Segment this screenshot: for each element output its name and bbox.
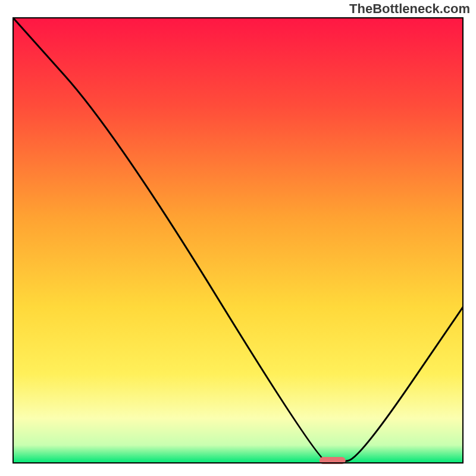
gradient-background <box>13 18 463 463</box>
chart-frame: TheBottleneck.com <box>0 0 476 476</box>
plot-area <box>13 18 463 464</box>
bottleneck-chart-svg <box>0 0 476 476</box>
